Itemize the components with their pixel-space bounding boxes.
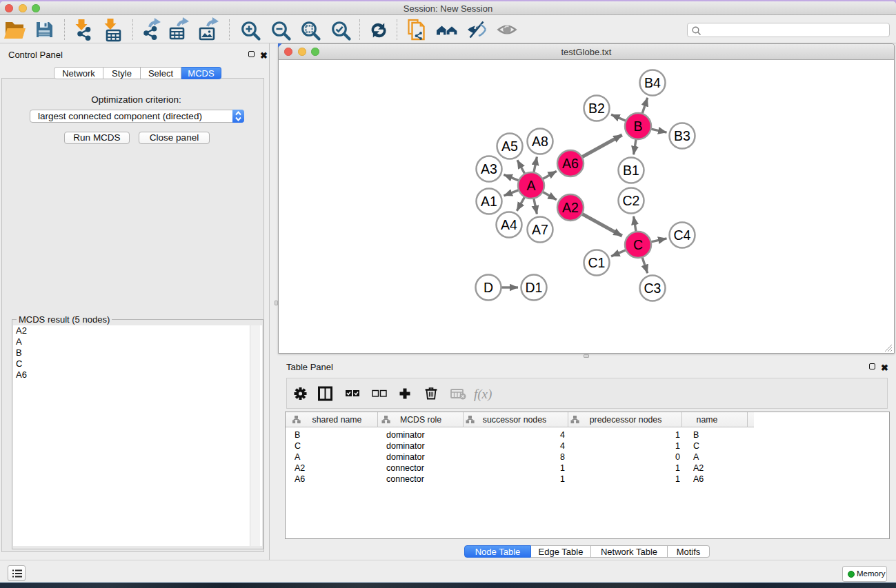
svg-text:D: D	[484, 280, 493, 295]
svg-text:C3: C3	[644, 281, 661, 296]
svg-text:B: B	[633, 119, 642, 134]
svg-text:B3: B3	[674, 128, 690, 143]
svg-text:A3: A3	[481, 161, 497, 176]
svg-text:C1: C1	[588, 255, 606, 270]
svg-text:B4: B4	[644, 75, 661, 90]
svg-text:D1: D1	[526, 280, 543, 295]
svg-text:A4: A4	[501, 217, 517, 232]
svg-text:C: C	[633, 237, 643, 252]
svg-text:A2: A2	[562, 200, 579, 215]
svg-text:C4: C4	[674, 227, 691, 243]
svg-text:A5: A5	[501, 139, 518, 154]
svg-text:A1: A1	[481, 194, 497, 209]
svg-text:A7: A7	[532, 222, 548, 237]
svg-text:A6: A6	[562, 156, 579, 171]
svg-text:B2: B2	[588, 101, 605, 116]
svg-text:B1: B1	[623, 163, 639, 178]
svg-text:C2: C2	[623, 193, 640, 208]
svg-text:A8: A8	[532, 134, 548, 149]
svg-text:f(x): f(x)	[474, 387, 492, 402]
svg-text:A: A	[526, 178, 535, 193]
